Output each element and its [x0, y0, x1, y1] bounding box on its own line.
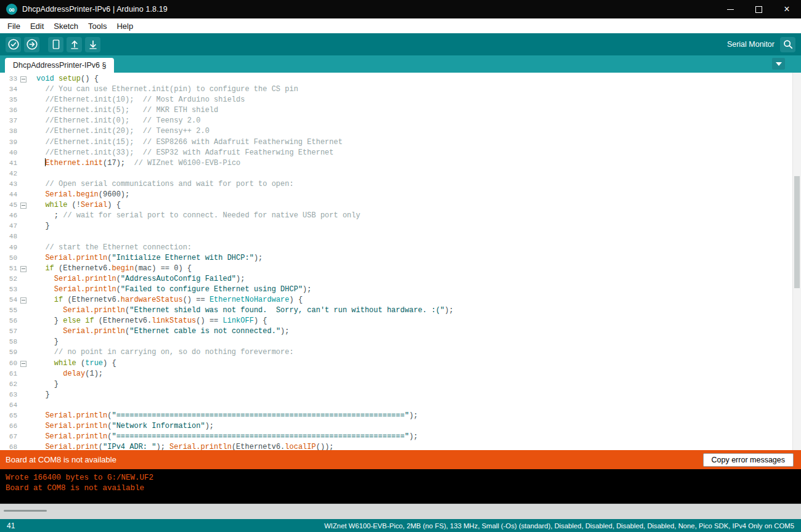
code-line[interactable]: 59 // no point in carrying on, so do not…	[0, 347, 801, 358]
menu-edit[interactable]: Edit	[25, 20, 49, 33]
save-button[interactable]	[85, 37, 100, 52]
gutter: 37	[0, 116, 28, 126]
menu-sketch[interactable]: Sketch	[49, 20, 83, 33]
console-output[interactable]: Wrote 166400 bytes to G:/NEW.UF2 Board a…	[0, 469, 801, 504]
gutter: 64	[0, 400, 28, 411]
gutter: 47	[0, 221, 28, 232]
code-line[interactable]: 56 } else if (Ethernetv6.linkStatus() ==…	[0, 316, 801, 326]
code-line[interactable]: 57 Serial.println("Ethernet cable is not…	[0, 326, 801, 337]
code-line[interactable]: 34 // You can use Ethernet.init(pin) to …	[0, 84, 801, 95]
code-line[interactable]: 36 //Ethernet.init(5); // MKR ETH shield	[0, 105, 801, 116]
editor-scrollbar[interactable]	[792, 73, 801, 450]
code-line[interactable]: 55 Serial.println("Ethernet shield was n…	[0, 305, 801, 316]
code-text: Serial.print("IPv4 ADR: "); Serial.print…	[28, 442, 334, 450]
gutter: 34	[0, 84, 28, 95]
code-text: delay(1);	[28, 369, 103, 379]
code-text: //Ethernet.init(15); // ESP8266 with Ada…	[28, 137, 343, 148]
gutter: 41	[0, 158, 28, 169]
tab-menu-button[interactable]	[772, 58, 785, 70]
gutter: 35	[0, 95, 28, 105]
code-line[interactable]: 63 }	[0, 390, 801, 400]
code-line[interactable]: 37 //Ethernet.init(0); // Teensy 2.0	[0, 116, 801, 126]
fold-spacer	[17, 169, 28, 179]
gutter: 57	[0, 326, 28, 337]
fold-marker-icon[interactable]	[17, 74, 28, 84]
code-text: Serial.println("========================…	[28, 411, 418, 421]
code-line[interactable]: 61 delay(1);	[0, 369, 801, 379]
code-line[interactable]: 39 //Ethernet.init(15); // ESP8266 with …	[0, 137, 801, 148]
code-editor[interactable]: 33void setup() {34 // You can use Ethern…	[0, 73, 801, 450]
code-line[interactable]: 58 }	[0, 337, 801, 347]
code-line[interactable]: 40 //Ethernet.init(33); // ESP32 with Ad…	[0, 148, 801, 158]
code-line[interactable]: 46 ; // wait for serial port to connect.…	[0, 211, 801, 221]
code-line[interactable]: 42	[0, 169, 801, 179]
fold-marker-icon[interactable]	[17, 264, 28, 274]
fold-spacer	[17, 421, 28, 432]
code-line[interactable]: 33void setup() {	[0, 74, 801, 84]
maximize-button[interactable]	[744, 0, 773, 18]
code-line[interactable]: 44 Serial.begin(9600);	[0, 190, 801, 200]
code-line[interactable]: 41 Ethernet.init(17); // WIZnet W6100-EV…	[0, 158, 801, 169]
menu-help[interactable]: Help	[112, 20, 138, 33]
fold-spacer	[17, 211, 28, 221]
code-line[interactable]: 53 Serial.println("Failed to configure E…	[0, 284, 801, 295]
chevron-down-icon	[776, 62, 782, 66]
code-line[interactable]: 62 }	[0, 379, 801, 390]
fold-marker-icon[interactable]	[17, 358, 28, 369]
code-line[interactable]: 51 if (Ethernetv6.begin(mac) == 0) {	[0, 264, 801, 274]
code-line[interactable]: 43 // Open serial communications and wai…	[0, 179, 801, 190]
fold-spacer	[17, 116, 28, 126]
code-line[interactable]: 50 Serial.println("Initialize Ethernet w…	[0, 253, 801, 264]
line-number: 64	[0, 400, 17, 411]
minimize-button[interactable]	[716, 0, 744, 18]
document-icon	[49, 38, 63, 51]
fold-spacer	[17, 137, 28, 148]
gutter: 42	[0, 169, 28, 179]
toolbar-right: Serial Monitor	[727, 37, 795, 52]
gutter: 67	[0, 432, 28, 442]
code-line[interactable]: 35 //Ethernet.init(10); // Most Arduino …	[0, 95, 801, 105]
gutter: 33	[0, 74, 28, 84]
code-text: Serial.println("Network Information");	[28, 421, 214, 432]
code-line[interactable]: 64	[0, 400, 801, 411]
line-number: 58	[0, 337, 17, 347]
line-number: 62	[0, 379, 17, 390]
code-line[interactable]: 54 if (Ethernetv6.hardwareStatus() == Et…	[0, 295, 801, 305]
menu-tools[interactable]: Tools	[83, 20, 112, 33]
gutter: 44	[0, 190, 28, 200]
gutter: 54	[0, 295, 28, 305]
gutter: 51	[0, 264, 28, 274]
fold-marker-icon[interactable]	[17, 295, 28, 305]
copy-error-messages-button[interactable]: Copy error messages	[703, 453, 794, 467]
code-text: //Ethernet.init(33); // ESP32 with Adafr…	[28, 148, 333, 158]
code-line[interactable]: 67 Serial.println("=====================…	[0, 432, 801, 442]
code-line[interactable]: 47 }	[0, 221, 801, 232]
fold-spacer	[17, 369, 28, 379]
code-line[interactable]: 49 // start the Ethernet connection:	[0, 243, 801, 253]
console-hscrollbar-thumb[interactable]	[4, 510, 47, 512]
gutter: 49	[0, 243, 28, 253]
code-line[interactable]: 66 Serial.println("Network Information")…	[0, 421, 801, 432]
code-line[interactable]: 60 while (true) {	[0, 358, 801, 369]
gutter: 52	[0, 274, 28, 284]
code-line[interactable]: 48	[0, 232, 801, 242]
fold-marker-icon[interactable]	[17, 200, 28, 211]
code-line[interactable]: 68 Serial.print("IPv4 ADR: "); Serial.pr…	[0, 442, 801, 450]
close-button[interactable]: ×	[773, 0, 801, 18]
verify-button[interactable]	[6, 37, 21, 52]
editor-scrollbar-thumb[interactable]	[794, 176, 800, 288]
tab-sketch[interactable]: DhcpAddressPrinter-IPv6 §	[5, 58, 114, 73]
menu-file[interactable]: File	[2, 20, 25, 33]
code-line[interactable]: 38 //Ethernet.init(20); // Teensy++ 2.0	[0, 126, 801, 137]
code-text: // start the Ethernet connection:	[28, 243, 192, 253]
upload-button[interactable]	[24, 37, 39, 52]
code-line[interactable]: 65 Serial.println("=====================…	[0, 411, 801, 421]
serial-monitor-button[interactable]	[780, 37, 795, 52]
code-text: // You can use Ethernet.init(pin) to con…	[28, 84, 298, 95]
line-number: 40	[0, 148, 17, 158]
new-sketch-button[interactable]	[48, 37, 63, 52]
code-lines: 33void setup() {34 // You can use Ethern…	[0, 73, 801, 450]
code-line[interactable]: 52 Serial.println("AddressAutoConfig Fai…	[0, 274, 801, 284]
open-button[interactable]	[67, 37, 82, 52]
code-line[interactable]: 45 while (!Serial) {	[0, 200, 801, 211]
